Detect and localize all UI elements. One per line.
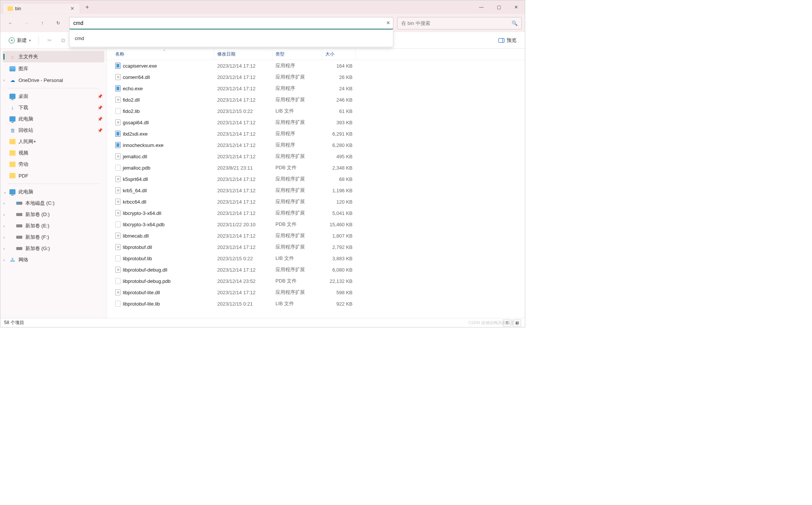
search-box[interactable]: 🔍 xyxy=(397,17,522,29)
file-row[interactable]: libprotobuf.lib2023/12/15 0:22LIB 文件3,88… xyxy=(107,253,525,264)
sidebar-onedrive[interactable]: › ☁ OneDrive - Personal xyxy=(0,74,107,86)
file-type: 应用程序扩展 xyxy=(272,266,322,273)
back-button[interactable]: ← xyxy=(3,16,18,30)
chevron-right-icon[interactable]: › xyxy=(3,213,5,217)
file-name: krb5_64.dll xyxy=(123,188,147,193)
file-date: 2023/12/14 17:12 xyxy=(214,63,272,69)
file-icon xyxy=(115,142,121,148)
active-tab[interactable]: bin ✕ xyxy=(3,3,80,14)
sidebar-label: 新加卷 (F:) xyxy=(25,234,49,241)
file-row[interactable]: fido2.lib2023/12/15 0:22LIB 文件61 KB xyxy=(107,105,525,117)
file-row[interactable]: ibd2sdi.exe2023/12/14 17:12应用程序6,291 KB xyxy=(107,128,525,139)
file-row[interactable]: krb5_64.dll2023/12/14 17:12应用程序扩展1,196 K… xyxy=(107,185,525,196)
file-size: 61 KB xyxy=(322,108,356,114)
file-row[interactable]: echo.exe2023/12/14 17:12应用程序24 KB xyxy=(107,83,525,94)
sidebar-folder[interactable]: 人民网+ xyxy=(0,136,107,147)
maximize-button[interactable]: ▢ xyxy=(490,0,507,14)
sidebar-drive-c[interactable]: ›本地磁盘 (C:) xyxy=(0,198,107,209)
sidebar-folder[interactable]: 视频 xyxy=(0,147,107,159)
sidebar-home[interactable]: ⌂ 主文件夹 xyxy=(3,51,104,62)
sidebar-drive-f[interactable]: ›新加卷 (F:) xyxy=(0,232,107,243)
sidebar-thispc-quick[interactable]: 此电脑📌 xyxy=(0,113,107,125)
search-input[interactable] xyxy=(401,20,512,26)
file-row[interactable]: jemalloc.dll2023/12/14 17:12应用程序扩展495 KB xyxy=(107,151,525,162)
file-size: 15,460 KB xyxy=(322,222,356,227)
pin-icon[interactable]: 📌 xyxy=(97,105,103,110)
minimize-button[interactable]: — xyxy=(473,0,490,14)
file-row[interactable]: krbcc64.dll2023/12/14 17:12应用程序扩展120 KB xyxy=(107,196,525,207)
file-type: 应用程序 xyxy=(272,62,322,69)
file-row[interactable]: innochecksum.exe2023/12/14 17:12应用程序6,28… xyxy=(107,139,525,151)
clear-address-button[interactable]: ✕ xyxy=(386,20,390,26)
chevron-down-icon[interactable]: ⌄ xyxy=(3,190,6,194)
file-row[interactable]: k5sprt64.dll2023/12/14 17:12应用程序扩展68 KB xyxy=(107,173,525,185)
suggestion-item[interactable]: cmd xyxy=(70,33,393,44)
file-row[interactable]: jemalloc.pdb2023/8/21 23:11PDB 文件2,348 K… xyxy=(107,162,525,173)
sidebar-gallery[interactable]: 图库 xyxy=(0,63,107,74)
pin-icon[interactable]: 📌 xyxy=(97,117,103,122)
file-size: 2,792 KB xyxy=(322,244,356,250)
refresh-button[interactable]: ↻ xyxy=(51,16,65,30)
file-size: 5,041 KB xyxy=(322,210,356,216)
sidebar-network[interactable]: ›🖧网络 xyxy=(0,254,107,266)
header-date[interactable]: 修改日期 xyxy=(214,49,272,60)
file-date: 2023/12/14 17:12 xyxy=(214,233,272,239)
new-button[interactable]: + 新建 ▾ xyxy=(5,35,35,46)
file-row[interactable]: libprotobuf-lite.lib2023/12/15 0:21LIB 文… xyxy=(107,298,525,309)
chevron-right-icon[interactable]: › xyxy=(3,235,5,239)
file-row[interactable]: fido2.dll2023/12/14 17:12应用程序扩展246 KB xyxy=(107,94,525,105)
close-window-button[interactable]: ✕ xyxy=(507,0,525,14)
close-tab-button[interactable]: ✕ xyxy=(69,6,76,11)
file-row[interactable]: libcrypto-3-x64.dll2023/12/14 17:12应用程序扩… xyxy=(107,207,525,219)
sidebar-recycle[interactable]: 🗑回收站📌 xyxy=(0,125,107,136)
pin-icon[interactable]: 📌 xyxy=(97,94,103,99)
cut-button[interactable]: ✂ xyxy=(43,34,56,47)
file-date: 2023/12/14 17:12 xyxy=(214,86,272,91)
hdd-icon xyxy=(16,224,22,227)
sidebar-label: 主文件夹 xyxy=(19,53,38,60)
file-row[interactable]: comerr64.dll2023/12/14 17:12应用程序扩展26 KB xyxy=(107,71,525,83)
folder-icon xyxy=(9,162,15,167)
file-row[interactable]: libprotobuf-debug.dll2023/12/14 17:12应用程… xyxy=(107,264,525,275)
file-row[interactable]: libprotobuf-lite.dll2023/12/14 17:12应用程序… xyxy=(107,287,525,298)
file-date: 2023/12/15 0:21 xyxy=(214,301,272,307)
header-type[interactable]: 类型 xyxy=(272,49,322,60)
file-name: libprotobuf.lib xyxy=(123,256,152,261)
copy-button[interactable]: ⧉ xyxy=(56,34,70,47)
pin-icon[interactable]: 📌 xyxy=(97,128,103,133)
search-icon: 🔍 xyxy=(512,20,518,26)
file-icon xyxy=(115,199,121,205)
file-date: 2023/12/14 17:12 xyxy=(214,176,272,182)
chevron-right-icon[interactable]: › xyxy=(3,201,5,205)
chevron-right-icon[interactable]: › xyxy=(3,78,5,82)
new-label: 新建 xyxy=(17,37,27,44)
sidebar-folder[interactable]: PDF xyxy=(0,170,107,181)
sidebar-desktop[interactable]: 桌面📌 xyxy=(0,91,107,102)
forward-button[interactable]: → xyxy=(19,16,34,30)
sidebar-thispc[interactable]: ⌄此电脑 xyxy=(0,186,107,198)
up-button[interactable]: ↑ xyxy=(35,16,49,30)
file-row[interactable]: libprotobuf-debug.pdb2023/12/14 23:52PDB… xyxy=(107,275,525,287)
file-row[interactable]: gssapi64.dll2023/12/14 17:12应用程序扩展393 KB xyxy=(107,117,525,128)
preview-pane-icon xyxy=(498,38,504,43)
file-row[interactable]: libprotobuf.dll2023/12/14 17:12应用程序扩展2,7… xyxy=(107,241,525,253)
file-size: 24 KB xyxy=(322,86,356,91)
sidebar-downloads[interactable]: ↓下载📌 xyxy=(0,102,107,113)
file-row[interactable]: ccapiserver.exe2023/12/14 17:12应用程序164 K… xyxy=(107,60,525,71)
sidebar-folder[interactable]: 劳动 xyxy=(0,159,107,170)
hdd-icon xyxy=(16,236,22,239)
chevron-right-icon[interactable]: › xyxy=(3,224,5,228)
preview-toggle[interactable]: 预览 xyxy=(495,35,520,46)
chevron-right-icon[interactable]: › xyxy=(3,258,5,262)
sidebar-drive-d[interactable]: ›新加卷 (D:) xyxy=(0,209,107,220)
file-row[interactable]: libmecab.dll2023/12/14 17:12应用程序扩展1,807 … xyxy=(107,230,525,241)
sidebar-drive-e[interactable]: ›新加卷 (E:) xyxy=(0,220,107,232)
sidebar-drive-g[interactable]: ›新加卷 (G:) xyxy=(0,243,107,254)
file-date: 2023/12/14 17:12 xyxy=(214,142,272,148)
header-size[interactable]: 大小 xyxy=(322,49,356,60)
address-input[interactable] xyxy=(69,17,393,29)
file-row[interactable]: libcrypto-3-x64.pdb2023/11/22 20:10PDB 文… xyxy=(107,219,525,230)
new-tab-button[interactable]: + xyxy=(85,4,89,11)
chevron-right-icon[interactable]: › xyxy=(3,247,5,251)
file-name: comerr64.dll xyxy=(123,74,150,80)
